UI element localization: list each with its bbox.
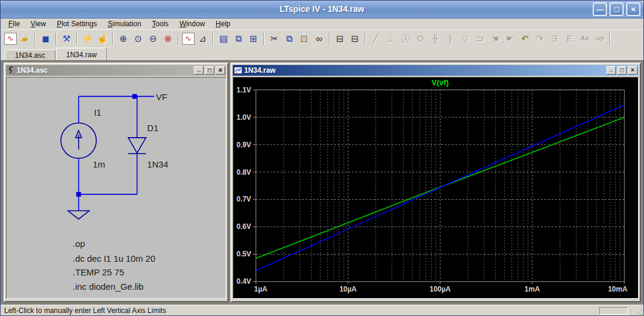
menu-view[interactable]: View xyxy=(25,19,51,29)
paste-button[interactable]: ⊡ xyxy=(297,32,311,45)
child-maximize-button[interactable]: □ xyxy=(205,66,214,75)
print-preview-button[interactable]: ⊟ xyxy=(333,32,347,45)
plot-settings-pane-button[interactable]: ⊿ xyxy=(196,32,209,45)
zoom-out-button[interactable]: ⊖ xyxy=(146,32,160,45)
toolbar-separator xyxy=(56,32,57,45)
print-button[interactable]: ⊟ xyxy=(348,32,362,45)
minimize-icon: — xyxy=(596,5,604,13)
tile-vertical-button[interactable]: ⊞ xyxy=(246,32,260,45)
plot-legend[interactable]: V(vf) xyxy=(432,78,449,87)
svg-text:0.5V: 0.5V xyxy=(236,250,251,258)
mirror-button[interactable]: Ǝ xyxy=(548,32,562,45)
zoom-back-icon: ⊙ xyxy=(134,34,142,43)
toolbar-separator xyxy=(178,32,179,45)
svg-text:10mA: 10mA xyxy=(608,285,628,293)
undo-button[interactable]: ↶ xyxy=(518,32,532,45)
zoom-back-button[interactable]: ⊙ xyxy=(131,32,145,45)
place-text-icon: Aa xyxy=(580,35,588,42)
child-close-button[interactable]: × xyxy=(215,66,225,75)
statusbar: Left-Click to manually enter Left Vertic… xyxy=(1,305,643,316)
zoom-area-icon: ⊕ xyxy=(119,34,127,43)
copy-icon: ⧉ xyxy=(286,34,292,43)
titlebar[interactable]: LTspice IV - 1N34.raw — □ × xyxy=(1,1,643,18)
menu-window[interactable]: Window xyxy=(174,19,211,29)
rotate-button[interactable]: E xyxy=(563,32,577,45)
undo-icon: ↶ xyxy=(521,34,529,43)
spice-directive-text: .TEMP 25 75 xyxy=(73,268,124,277)
drag-icon: ☛ xyxy=(506,34,514,43)
child-minimize-button[interactable]: _ xyxy=(606,66,616,75)
child-minimize-button[interactable]: _ xyxy=(194,66,204,75)
schematic-canvas[interactable]: VF I1 1m D1 1N34 .op .dc dec I1 1u 10m 2… xyxy=(6,77,226,299)
place-resistor-icon: Ω xyxy=(417,34,424,43)
tabbar: 1N34.asc1N34.raw xyxy=(1,47,643,60)
tab-1n34-raw[interactable]: 1N34.raw xyxy=(56,48,107,60)
save-button[interactable]: ◼ xyxy=(39,32,53,45)
tab-1n34-asc[interactable]: 1N34.asc xyxy=(5,49,56,60)
resize-grip-icon[interactable] xyxy=(634,307,642,315)
place-text-button[interactable]: Aa xyxy=(578,32,591,45)
zoom-area-button[interactable]: ⊕ xyxy=(116,32,130,45)
ground-symbol xyxy=(68,211,90,219)
plot-canvas[interactable]: 1.1V1.0V0.9V0.8V0.7V0.6V0.5V0.4V1µA10µA1… xyxy=(233,77,639,299)
maximize-button[interactable]: □ xyxy=(609,2,624,16)
drag-button[interactable]: ☛ xyxy=(503,32,517,45)
toolbar-separator xyxy=(35,32,36,45)
run-simulation-button[interactable]: ⚡ xyxy=(81,32,94,45)
save-icon: ◼ xyxy=(42,34,49,43)
move-icon: ☚ xyxy=(491,34,499,43)
place-ground-button[interactable]: ⊥ xyxy=(384,32,398,45)
child-maximize-icon: □ xyxy=(208,67,211,73)
copy-button[interactable]: ⧉ xyxy=(282,32,296,45)
plot-window-title: 1N34.raw xyxy=(244,66,605,75)
menu-tools[interactable]: Tools xyxy=(147,19,174,29)
paste-icon: ⊡ xyxy=(300,34,308,43)
place-net-label-button[interactable]: Ⓐ xyxy=(399,32,412,45)
plot-window-controls: _ □ × xyxy=(606,66,637,75)
autorange-y-axis-button[interactable]: ∿ xyxy=(182,33,195,45)
cut-button[interactable]: ✂ xyxy=(267,32,281,45)
diode-ref-label: D1 xyxy=(147,123,158,133)
halt-simulation-button[interactable]: ☝ xyxy=(95,32,109,45)
child-maximize-button[interactable]: □ xyxy=(617,66,627,75)
open-file-button[interactable]: ▰ xyxy=(18,32,32,45)
tile-horizontal-icon: ▤ xyxy=(219,34,227,43)
redo-button[interactable]: ↷ xyxy=(533,32,547,45)
menu-file[interactable]: File xyxy=(3,19,25,29)
find-button[interactable]: ∞ xyxy=(312,32,326,45)
menu-simulation[interactable]: Simulation xyxy=(103,19,147,29)
place-capacitor-button[interactable]: ╫ xyxy=(429,32,442,45)
spice-directive-button[interactable]: .op xyxy=(593,32,606,45)
cascade-windows-icon: ⧉ xyxy=(235,34,242,43)
place-inductor-button[interactable]: } xyxy=(443,32,457,45)
menu-plot-settings[interactable]: Plot Settings xyxy=(51,19,102,29)
control-panel-button[interactable]: ⚒ xyxy=(60,32,73,45)
place-resistor-button[interactable]: Ω xyxy=(414,32,427,45)
place-net-label-icon: Ⓐ xyxy=(401,34,410,43)
autorange-y-axis-icon: ∿ xyxy=(185,35,192,42)
plot-window: 1N34.raw _ □ × 1.1V1.0V0.9V0.8V0.7V0.6V0… xyxy=(230,63,641,302)
close-button[interactable]: × xyxy=(626,2,640,16)
child-close-icon: × xyxy=(631,67,634,73)
menu-help[interactable]: Help xyxy=(210,19,236,29)
diode-value-label: 1N34 xyxy=(147,160,168,169)
place-component-button[interactable]: ⊃ xyxy=(473,32,487,45)
plot-window-titlebar[interactable]: 1N34.raw _ □ × xyxy=(233,65,639,76)
plot-settings-pane-icon: ⊿ xyxy=(199,34,207,43)
child-close-button[interactable]: × xyxy=(628,66,637,75)
schematic-window-titlebar[interactable]: 1N34.asc _ □ × xyxy=(6,65,226,76)
place-diode-button[interactable]: ▽ xyxy=(458,32,472,45)
move-button[interactable]: ☚ xyxy=(488,32,502,45)
waveform-file-icon xyxy=(234,67,242,74)
toolbar-separator xyxy=(365,32,366,45)
toolbar-separator xyxy=(112,32,113,45)
cascade-windows-button[interactable]: ⧉ xyxy=(232,32,245,45)
zoom-full-extents-button[interactable]: ⊗ xyxy=(161,32,175,45)
cut-icon: ✂ xyxy=(270,34,278,43)
minimize-button[interactable]: — xyxy=(593,2,607,16)
draw-wire-button[interactable]: ╱ xyxy=(369,32,383,45)
status-cell xyxy=(599,307,628,315)
waveform-plot: 1.1V1.0V0.9V0.8V0.7V0.6V0.5V0.4V1µA10µA1… xyxy=(233,78,638,298)
new-schematic-button[interactable]: ∿ xyxy=(4,33,17,45)
tile-horizontal-button[interactable]: ▤ xyxy=(217,32,230,45)
